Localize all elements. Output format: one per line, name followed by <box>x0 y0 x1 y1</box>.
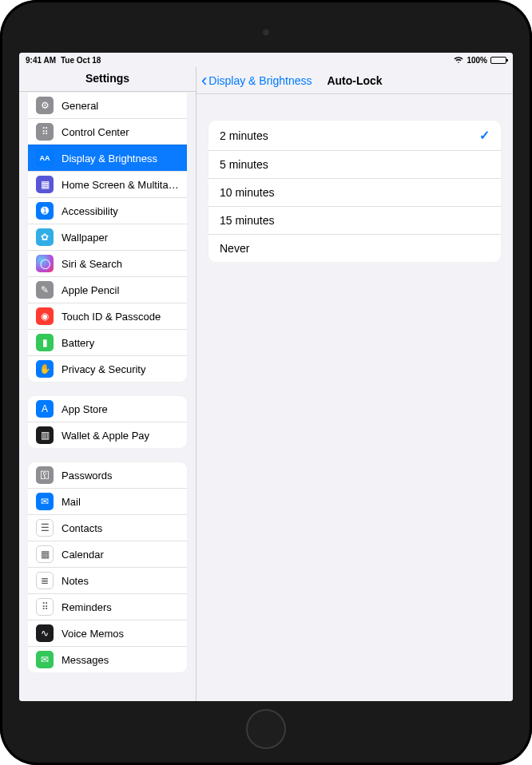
sidebar-item-control-center[interactable]: ⠿Control Center <box>28 118 187 145</box>
option-label: 5 minutes <box>220 158 268 171</box>
status-date: Tue Oct 18 <box>61 56 101 65</box>
sidebar-item-label: Wallpaper <box>62 232 179 244</box>
sidebar-item-battery[interactable]: ▮Battery <box>28 329 187 355</box>
hand-icon: ✋ <box>36 360 54 378</box>
sidebar-item-mail[interactable]: ✉︎Mail <box>28 488 187 514</box>
back-button[interactable]: ‹ Display & Brightness <box>197 74 317 87</box>
autolock-option[interactable]: 5 minutes <box>208 150 501 178</box>
reminders-icon: ⠿ <box>36 598 54 616</box>
option-label: 2 minutes <box>220 129 268 142</box>
home-button[interactable] <box>246 709 286 749</box>
detail-title: Auto-Lock <box>327 74 382 87</box>
sidebar-item-accessibility[interactable]: ➊Accessibility <box>28 197 187 224</box>
gear-icon: ⚙︎ <box>36 97 54 114</box>
messages-icon: ✉︎ <box>36 651 54 668</box>
autolock-option[interactable]: Never <box>208 234 501 262</box>
sidebar-item-label: Accessibility <box>62 205 179 217</box>
sidebar-title: Settings <box>19 67 196 92</box>
battery-percent: 100% <box>466 56 487 65</box>
flower-icon: ✿ <box>36 228 54 246</box>
text-size-icon: AA <box>36 149 54 167</box>
sidebar-item-label: Calendar <box>62 549 179 561</box>
battery-icon: ▮ <box>36 334 54 351</box>
sidebar-item-app-store[interactable]: AApp Store <box>28 396 187 422</box>
ipad-device-frame: 9:41 AM Tue Oct 18 100% Settings ⚙︎Gener… <box>0 0 532 765</box>
sidebar-item-label: Battery <box>62 337 179 349</box>
autolock-option[interactable]: 15 minutes <box>208 206 501 234</box>
sidebar-item-label: General <box>62 100 179 112</box>
autolock-option[interactable]: 2 minutes✓ <box>208 121 501 150</box>
option-label: 10 minutes <box>220 186 274 199</box>
sidebar-item-label: Control Center <box>62 126 179 138</box>
wallet-icon: ▥ <box>36 426 54 444</box>
key-icon: ⚿ <box>36 466 54 484</box>
option-label: Never <box>220 242 249 255</box>
sidebar-item-calendar[interactable]: ▦Calendar <box>28 541 187 567</box>
sidebar-item-voice-memos[interactable]: ∿Voice Memos <box>28 620 187 646</box>
notes-icon: ≣ <box>36 572 54 589</box>
calendar-icon: ▦ <box>36 545 54 563</box>
sidebar-item-label: Voice Memos <box>62 628 179 640</box>
sidebar-item-label: Contacts <box>62 522 179 534</box>
appstore-icon: A <box>36 400 54 418</box>
status-time: 9:41 AM <box>26 56 56 65</box>
accessibility-icon: ➊ <box>36 202 54 220</box>
sidebar-item-messages[interactable]: ✉︎Messages <box>28 646 187 672</box>
grid-icon: ▦ <box>36 176 54 193</box>
detail-navbar: ‹ Display & Brightness Auto-Lock <box>197 67 513 94</box>
settings-sidebar: Settings ⚙︎General⠿Control CenterAADispl… <box>19 67 197 701</box>
sidebar-item-home-screen[interactable]: ▦Home Screen & Multitas… <box>28 171 187 197</box>
sidebar-item-label: Mail <box>62 496 179 508</box>
sidebar-item-label: Display & Brightness <box>62 153 179 164</box>
status-bar: 9:41 AM Tue Oct 18 100% <box>19 53 513 67</box>
pencil-icon: ✎ <box>36 281 54 299</box>
autolock-options: 2 minutes✓5 minutes10 minutes15 minutesN… <box>208 120 502 263</box>
sidebar-item-apple-pencil[interactable]: ✎Apple Pencil <box>28 276 187 303</box>
wifi-icon <box>454 55 463 65</box>
front-camera <box>263 29 270 36</box>
sidebar-item-label: Home Screen & Multitas… <box>62 179 179 191</box>
sidebar-item-wallet[interactable]: ▥Wallet & Apple Pay <box>28 422 187 448</box>
chevron-left-icon: ‹ <box>201 76 207 85</box>
sidebar-item-general[interactable]: ⚙︎General <box>28 93 187 118</box>
back-label: Display & Brightness <box>208 74 312 87</box>
sidebar-item-label: Privacy & Security <box>62 363 179 375</box>
sidebar-item-touch-id[interactable]: ◉Touch ID & Passcode <box>28 303 187 329</box>
detail-pane: ‹ Display & Brightness Auto-Lock 2 minut… <box>197 67 513 701</box>
sidebar-item-label: Notes <box>62 575 179 587</box>
sidebar-item-wallpaper[interactable]: ✿Wallpaper <box>28 224 187 250</box>
sidebar-item-label: Apple Pencil <box>62 284 179 296</box>
sidebar-item-privacy[interactable]: ✋Privacy & Security <box>28 355 187 382</box>
sidebar-item-notes[interactable]: ≣Notes <box>28 567 187 593</box>
voicememos-icon: ∿ <box>36 624 54 642</box>
battery-icon <box>490 57 506 64</box>
mail-icon: ✉︎ <box>36 493 54 510</box>
sidebar-group: ⚿Passwords✉︎Mail☰Contacts▦Calendar≣Notes… <box>27 462 188 673</box>
sidebar-item-label: Passwords <box>62 470 179 482</box>
sidebar-item-label: Touch ID & Passcode <box>62 311 179 323</box>
sidebar-item-label: Messages <box>62 654 179 666</box>
screen: 9:41 AM Tue Oct 18 100% Settings ⚙︎Gener… <box>19 53 513 701</box>
fingerprint-icon: ◉ <box>36 307 54 325</box>
autolock-option[interactable]: 10 minutes <box>208 178 501 206</box>
sidebar-item-passwords[interactable]: ⚿Passwords <box>28 462 187 488</box>
sidebar-item-label: Wallet & Apple Pay <box>62 430 179 442</box>
sidebar-group: ⚙︎General⠿Control CenterAADisplay & Brig… <box>27 92 188 382</box>
option-label: 15 minutes <box>220 214 274 227</box>
sidebar-groups[interactable]: ⚙︎General⠿Control CenterAADisplay & Brig… <box>19 92 196 701</box>
sliders-icon: ⠿ <box>36 123 54 141</box>
sidebar-item-display-brightness[interactable]: AADisplay & Brightness <box>28 145 187 171</box>
sidebar-group: AApp Store▥Wallet & Apple Pay <box>27 395 188 449</box>
sidebar-item-label: Siri & Search <box>62 258 179 270</box>
siri-icon: ◯ <box>36 255 54 272</box>
sidebar-item-contacts[interactable]: ☰Contacts <box>28 514 187 541</box>
sidebar-item-label: Reminders <box>62 601 179 613</box>
checkmark-icon: ✓ <box>479 128 490 143</box>
sidebar-item-label: App Store <box>62 403 179 415</box>
sidebar-item-reminders[interactable]: ⠿Reminders <box>28 593 187 620</box>
contacts-icon: ☰ <box>36 519 54 537</box>
sidebar-item-siri-search[interactable]: ◯Siri & Search <box>28 250 187 276</box>
